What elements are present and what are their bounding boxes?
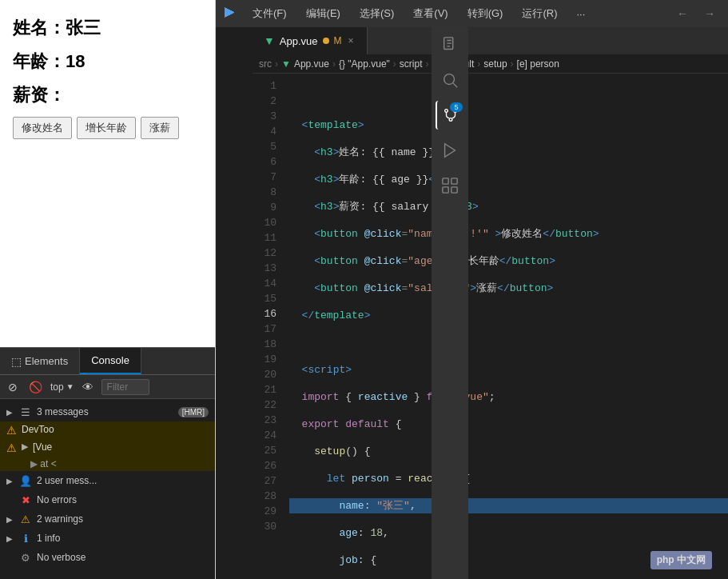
warn-devtools-line: ⚠ DevToo: [0, 421, 215, 439]
age-display: 年龄：18: [13, 50, 202, 74]
bc-person: [e] person: [517, 58, 559, 70]
warn-vue-line: ⚠ ▶ [Vue: [0, 439, 215, 457]
level-label: top: [50, 381, 64, 393]
raise-salary-button[interactable]: 涨薪: [141, 117, 179, 139]
code-line-14: setup() {: [289, 444, 728, 459]
source-control-badge: 5: [450, 102, 463, 112]
info-icon: ℹ: [19, 532, 32, 545]
code-line-11: <script>: [289, 362, 728, 377]
code-line-5: <h3>薪资: {{ salary }}</h3>: [289, 199, 728, 214]
info-group[interactable]: ▶ ℹ 1 info: [0, 529, 215, 548]
menu-goto[interactable]: 转到(G): [461, 5, 510, 22]
code-line-1: [289, 90, 728, 106]
code-line-8: <button @click="salary++">涨薪</button>: [289, 281, 728, 296]
warn-devtools-text: DevToo: [22, 424, 54, 435]
expand-icon4: ▶: [6, 515, 14, 524]
tab-console-label: Console: [91, 354, 129, 366]
warn-icon: ⚠: [6, 424, 17, 437]
code-line-17: age: 18,: [289, 525, 728, 541]
code-line-4: <h3>年龄: {{ age }}</h3>: [289, 172, 728, 187]
vue-file-icon: ▼: [264, 34, 275, 47]
change-name-button[interactable]: 修改姓名: [13, 117, 72, 139]
bc-sep1: ›: [275, 58, 278, 70]
code-editor[interactable]: <template> <h3>姓名: {{ name }}</h3> <h3>年…: [283, 74, 728, 579]
code-line-12: import { reactive } from "vue";: [289, 389, 728, 405]
messages-group[interactable]: ▶ ☰ 3 messages [HMR]: [0, 402, 215, 421]
elements-cursor-icon: ⬚: [11, 355, 22, 368]
menu-edit[interactable]: 编辑(E): [300, 5, 347, 22]
line-numbers: 1 2 3 4 5 6 7 8 9 10 11 12 13 14 15 16 1…: [253, 74, 283, 579]
no-errors-label: No errors: [37, 494, 209, 505]
code-line-9: </template>: [289, 308, 728, 323]
back-button[interactable]: ←: [672, 6, 693, 22]
user-icon: 👤: [19, 474, 32, 487]
messages-label: 3 messages: [37, 406, 173, 417]
warn-at-line: ▶ at <: [0, 457, 215, 471]
code-line-15: let person = reactive({: [289, 471, 728, 486]
expand-icon5: ▶: [6, 534, 14, 543]
block-icon[interactable]: 🚫: [26, 379, 46, 395]
gear-icon: ⚙: [19, 551, 32, 564]
activity-source-control-icon[interactable]: 5: [436, 101, 464, 130]
forward-button[interactable]: →: [699, 6, 720, 22]
code-line-10: [289, 335, 728, 350]
bc-setup: setup: [483, 58, 507, 70]
bc-sep5: ›: [477, 58, 480, 70]
menu-run[interactable]: 运行(R): [515, 5, 563, 22]
tab-modified-label: M: [334, 35, 342, 46]
warn-icon2: ⚠: [6, 441, 17, 454]
modified-indicator: [323, 38, 329, 44]
console-filter-input[interactable]: [101, 379, 149, 395]
svg-rect-9: [443, 187, 448, 193]
tab-console[interactable]: Console: [80, 348, 141, 374]
no-errors-group[interactable]: ✖ No errors: [0, 490, 215, 509]
expand-small-icon: ▶: [22, 441, 28, 452]
tab-elements-label: Elements: [25, 355, 68, 367]
activity-extensions-icon[interactable]: [436, 171, 464, 200]
warnings-group[interactable]: ▶ ⚠ 2 warnings: [0, 509, 215, 529]
activity-files-icon[interactable]: [436, 30, 464, 59]
activity-debug-icon[interactable]: [436, 136, 464, 165]
bc-sep3: ›: [393, 58, 396, 70]
bc-sep4: ›: [426, 58, 429, 70]
warn-icon3: ⚠: [19, 513, 32, 525]
warn-vue-text: [Vue: [33, 441, 52, 453]
clear-console-button[interactable]: ⊘: [5, 379, 21, 395]
tab-filename: App.vue: [280, 35, 318, 47]
name-display: 姓名：张三: [13, 16, 202, 40]
svg-line-2: [453, 83, 457, 87]
level-dropdown-icon: ▼: [66, 382, 74, 391]
code-line-16: name: "张三",: [289, 498, 728, 513]
expand-icon2: ▶: [6, 477, 14, 485]
menu-select[interactable]: 选择(S): [353, 5, 400, 22]
eye-icon[interactable]: 👁: [79, 379, 97, 395]
code-line-2: <template>: [289, 118, 728, 133]
menu-view[interactable]: 查看(V): [407, 5, 454, 22]
bc-script: script: [400, 58, 423, 70]
php-badge: php 中文网: [650, 551, 712, 569]
svg-point-1: [444, 74, 455, 85]
increase-age-button[interactable]: 增长年龄: [77, 117, 136, 139]
user-messages-group[interactable]: ▶ 👤 2 user mess...: [0, 471, 215, 490]
svg-point-3: [445, 110, 448, 113]
code-line-7: <button @click="age++">增长年龄</button>: [289, 254, 728, 269]
error-icon: ✖: [19, 493, 32, 506]
file-tab-app-vue[interactable]: ▼ App.vue M ×: [253, 27, 368, 54]
salary-display: 薪资：: [13, 83, 202, 107]
list-icon: ☰: [19, 405, 32, 418]
bc-src: src: [259, 58, 272, 70]
code-line-13: export default {: [289, 417, 728, 432]
bc-sep2: ›: [332, 58, 336, 70]
menu-file[interactable]: 文件(F): [246, 5, 293, 22]
svg-marker-6: [445, 144, 455, 158]
bc-sep6: ›: [511, 58, 514, 70]
no-verbose-group[interactable]: ⚙ No verbose: [0, 548, 215, 567]
menu-more[interactable]: ···: [570, 6, 591, 22]
tab-elements[interactable]: ⬚ Elements: [0, 348, 80, 374]
code-line-6: <button @click="name += '!'" >修改姓名</butt…: [289, 226, 728, 242]
hmr-badge: [HMR]: [178, 407, 209, 417]
svg-rect-10: [452, 187, 457, 193]
tab-close-button[interactable]: ×: [347, 35, 356, 46]
activity-search-icon[interactable]: [436, 66, 464, 94]
warn-at-text: at <: [40, 458, 56, 469]
